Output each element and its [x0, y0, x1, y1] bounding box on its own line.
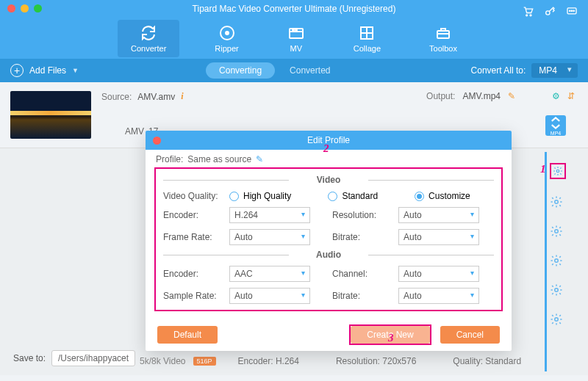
settings-gear-icon[interactable]	[550, 163, 566, 179]
modal-footer: Default Create New Cancel	[146, 324, 512, 345]
video-quality-label: Video Quality:	[163, 191, 229, 201]
video-framerate-select[interactable]: Auto	[229, 229, 310, 245]
svg-point-17	[555, 259, 559, 263]
res-badge: 516P	[193, 357, 216, 366]
chevron-down-icon: ▼	[72, 67, 79, 74]
segment-control: Converting Converted	[206, 62, 343, 79]
convert-all-group: Convert All to: MP4	[471, 63, 578, 78]
gear-icon[interactable]: ⚙	[552, 91, 560, 101]
settings-gear-icon[interactable]	[550, 225, 563, 238]
header-actions	[522, 4, 578, 18]
settings-gear-icon[interactable]	[550, 313, 563, 326]
svg-point-14	[556, 170, 559, 173]
save-path-field[interactable]: /Users/ihappyacet	[51, 350, 135, 366]
svg-point-1	[530, 15, 531, 16]
pencil-icon[interactable]: ✎	[256, 154, 263, 164]
output-profile-badge[interactable]: MP4	[545, 115, 566, 136]
cart-icon[interactable]	[522, 4, 534, 18]
app-title: Tipard Mac Video Converter Ultimate (Unr…	[0, 0, 588, 14]
svg-point-16	[555, 230, 559, 233]
settings-gear-icon[interactable]	[550, 283, 563, 297]
video-bitrate-label: Bitrate:	[332, 232, 398, 242]
cancel-button[interactable]: Cancel	[440, 326, 500, 344]
settings-frame: Video Video Quality: High Quality Standa…	[154, 167, 503, 311]
svg-point-0	[526, 15, 528, 16]
video-resolution-select[interactable]: Auto	[398, 207, 479, 223]
svg-point-4	[570, 10, 570, 11]
audio-samplerate-select[interactable]: Auto	[229, 288, 310, 304]
audio-section-title: Audio	[163, 250, 494, 260]
annotation-3: 3	[388, 332, 394, 344]
radio-customize[interactable]: Customize	[415, 191, 470, 201]
annotation-1: 1	[540, 163, 546, 175]
tab-mv[interactable]: MV	[274, 20, 318, 57]
main-tabs: Converter Ripper MV Collage Toolbox	[0, 20, 588, 57]
video-encoder-select[interactable]: H.264	[229, 207, 310, 223]
add-files-button[interactable]: + Add Files ▼	[10, 64, 79, 77]
window-controls	[7, 4, 42, 12]
source-label: Source:	[101, 92, 132, 102]
quality-info: Quality: Standard	[453, 356, 521, 366]
source-filename: AMV.amv	[137, 92, 175, 102]
minimize-icon[interactable]	[21, 4, 29, 12]
default-button[interactable]: Default	[157, 326, 218, 344]
svg-point-8	[226, 32, 229, 35]
svg-point-10	[293, 29, 294, 31]
toolbox-icon	[434, 24, 452, 42]
tab-collage[interactable]: Collage	[340, 20, 394, 57]
svg-point-5	[571, 10, 572, 11]
svg-point-15	[555, 200, 559, 204]
annotation-2: 2	[323, 142, 329, 155]
profile-label: Profile:	[156, 154, 183, 164]
settings-gear-icon[interactable]	[550, 254, 563, 267]
seg-converting[interactable]: Converting	[206, 62, 275, 79]
audio-channel-label: Channel:	[332, 269, 398, 279]
sub-toolbar: + Add Files ▼ Converting Converted Conve…	[0, 59, 588, 82]
plus-icon: +	[10, 64, 24, 77]
video-resolution-label: Resolution:	[332, 210, 398, 220]
tab-ripper[interactable]: Ripper	[201, 20, 251, 57]
svg-point-19	[555, 318, 559, 322]
output-label: Output:	[426, 91, 455, 101]
compress-icon[interactable]: ⇵	[567, 91, 575, 101]
audio-samplerate-label: Sample Rate:	[163, 291, 229, 301]
save-to-label: Save to:	[13, 353, 46, 363]
audio-bitrate-select[interactable]: Auto	[398, 288, 479, 304]
close-icon[interactable]	[7, 4, 15, 12]
radio-high-quality[interactable]: High Quality	[229, 191, 291, 201]
convert-all-format-select[interactable]: MP4	[531, 63, 578, 78]
encoder-info: Encoder: H.264	[238, 356, 299, 366]
scrollbar[interactable]	[545, 152, 547, 371]
collage-icon	[358, 24, 376, 42]
info-icon[interactable]: i	[181, 91, 183, 102]
video-thumbnail[interactable]	[10, 91, 91, 139]
tab-toolbox[interactable]: Toolbox	[416, 20, 470, 57]
audio-channel-select[interactable]: Auto	[398, 266, 479, 282]
audio-encoder-select[interactable]: AAC	[229, 266, 310, 282]
tab-converter[interactable]: Converter	[118, 20, 179, 57]
output-filename: AMV.mp4	[462, 91, 501, 101]
maximize-icon[interactable]	[34, 4, 42, 12]
resolution-info: Resolution: 720x576	[336, 356, 416, 366]
bottom-info: 5k/8k Video 516P Encoder: H.264 Resoluti…	[140, 356, 521, 366]
svg-point-2	[546, 11, 550, 15]
settings-gear-icon[interactable]	[550, 195, 563, 208]
profile-value: Same as source	[187, 154, 251, 164]
converter-icon	[140, 24, 157, 42]
mv-icon	[287, 24, 305, 42]
video-section-title: Video	[163, 175, 494, 185]
video-framerate-label: Frame Rate:	[163, 232, 229, 242]
key-icon[interactable]	[544, 4, 556, 18]
save-to-group: Save to: /Users/ihappyacet	[13, 350, 135, 366]
pencil-icon[interactable]: ✎	[508, 91, 515, 101]
svg-point-6	[573, 10, 574, 11]
svg-point-18	[555, 289, 559, 292]
seg-converted[interactable]: Converted	[276, 62, 343, 79]
video-encoder-label: Encoder:	[163, 210, 229, 220]
video-bitrate-select[interactable]: Auto	[398, 229, 479, 245]
feedback-icon[interactable]	[566, 4, 578, 18]
ripper-icon	[218, 24, 236, 42]
edit-profile-modal: Edit Profile Profile: Same as source ✎ V…	[146, 131, 512, 351]
radio-standard[interactable]: Standard	[328, 191, 378, 201]
format-tag: AMV	[125, 126, 144, 137]
